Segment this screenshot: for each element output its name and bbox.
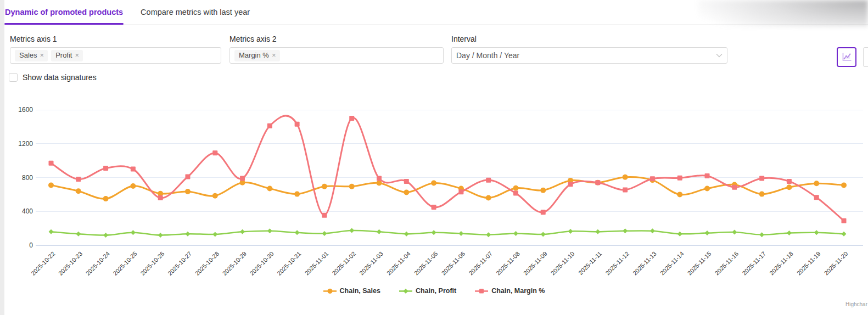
data-point-diamond[interactable] <box>842 232 847 237</box>
data-point-circle[interactable] <box>540 188 546 193</box>
data-point-diamond[interactable] <box>732 230 737 235</box>
data-point-diamond[interactable] <box>185 232 190 237</box>
data-point-circle[interactable] <box>677 192 682 197</box>
data-point-circle[interactable] <box>404 190 409 195</box>
data-point-square[interactable] <box>513 191 518 196</box>
data-point-circle[interactable] <box>294 192 300 197</box>
data-point-square[interactable] <box>595 180 600 185</box>
data-point-square[interactable] <box>322 213 327 218</box>
data-point-square[interactable] <box>212 150 217 155</box>
tag-chip[interactable]: Margin %× <box>234 50 280 61</box>
data-point-diamond[interactable] <box>377 229 382 234</box>
data-point-diamond[interactable] <box>404 232 409 237</box>
data-point-diamond[interactable] <box>432 230 436 235</box>
data-point-diamond[interactable] <box>131 230 136 235</box>
data-point-diamond[interactable] <box>595 229 600 234</box>
data-point-square[interactable] <box>185 174 190 179</box>
data-point-diamond[interactable] <box>295 230 300 235</box>
data-point-diamond[interactable] <box>458 231 463 236</box>
data-point-square[interactable] <box>432 205 436 210</box>
data-point-square[interactable] <box>732 185 737 190</box>
data-point-diamond[interactable] <box>787 230 792 235</box>
data-point-circle[interactable] <box>704 186 710 192</box>
interval-select[interactable]: Day / Month / Year <box>451 47 727 64</box>
data-point-square[interactable] <box>267 123 272 128</box>
line-chart[interactable]: 0400800120016002025-10-222025-10-232025-… <box>0 102 868 315</box>
data-point-circle[interactable] <box>814 181 819 186</box>
data-point-circle[interactable] <box>486 195 491 201</box>
data-point-diamond[interactable] <box>240 229 245 234</box>
data-point-diamond[interactable] <box>212 232 217 237</box>
legend-item[interactable]: Chain, Sales <box>323 287 380 295</box>
data-point-diamond[interactable] <box>705 230 710 235</box>
data-point-square[interactable] <box>240 176 245 181</box>
data-point-square[interactable] <box>759 176 764 181</box>
data-point-diamond[interactable] <box>568 229 573 234</box>
tag-chip[interactable]: Profit× <box>51 50 83 61</box>
legend-item[interactable]: Chain, Profit <box>399 287 456 295</box>
data-point-diamond[interactable] <box>513 231 518 236</box>
legend-item[interactable]: Chain, Margin % <box>475 287 545 295</box>
remove-tag-icon[interactable]: × <box>272 52 276 59</box>
data-point-circle[interactable] <box>349 184 355 189</box>
data-point-square[interactable] <box>677 176 682 181</box>
data-point-square[interactable] <box>705 173 710 178</box>
data-point-circle[interactable] <box>76 188 81 194</box>
data-point-circle[interactable] <box>212 193 218 199</box>
data-point-diamond[interactable] <box>349 228 354 233</box>
data-point-diamond[interactable] <box>158 233 163 238</box>
data-point-square[interactable] <box>650 176 655 181</box>
data-point-circle[interactable] <box>322 184 327 189</box>
data-point-circle[interactable] <box>48 182 54 188</box>
tab-compare-metrics-with-last-year[interactable]: Compare metrics with last year <box>140 0 250 25</box>
remove-tag-icon[interactable]: × <box>75 52 79 59</box>
data-point-diamond[interactable] <box>541 232 546 237</box>
data-point-square[interactable] <box>814 195 819 200</box>
checkbox-unchecked[interactable] <box>9 73 18 82</box>
data-point-square[interactable] <box>486 178 491 183</box>
data-point-diamond[interactable] <box>759 232 764 237</box>
tab-dynamic-of-promoted-products[interactable]: Dynamic of promoted products <box>4 0 124 25</box>
data-point-diamond[interactable] <box>623 228 628 233</box>
data-point-circle[interactable] <box>759 192 765 197</box>
remove-tag-icon[interactable]: × <box>40 52 44 59</box>
show-data-signatures-toggle[interactable]: Show data signatures <box>9 73 97 82</box>
data-point-diamond[interactable] <box>76 232 81 237</box>
data-point-diamond[interactable] <box>486 232 491 237</box>
data-point-circle[interactable] <box>431 181 436 186</box>
data-point-square[interactable] <box>377 176 382 181</box>
data-point-circle[interactable] <box>513 185 518 191</box>
data-point-square[interactable] <box>76 177 81 182</box>
metrics-axis-1-input[interactable]: Sales×Profit× <box>10 47 221 64</box>
data-point-square[interactable] <box>458 189 463 194</box>
data-point-square[interactable] <box>541 210 546 215</box>
data-point-square[interactable] <box>131 167 136 172</box>
data-point-square[interactable] <box>623 187 628 192</box>
data-point-square[interactable] <box>103 166 108 171</box>
data-point-diamond[interactable] <box>322 231 327 236</box>
chart-area[interactable]: 0400800120016002025-10-222025-10-232025-… <box>0 102 868 315</box>
data-point-square[interactable] <box>158 195 163 200</box>
tag-chip[interactable]: Sales× <box>15 50 48 61</box>
data-point-diamond[interactable] <box>267 228 272 233</box>
data-point-square[interactable] <box>295 122 300 127</box>
data-point-square[interactable] <box>842 218 847 223</box>
data-point-square[interactable] <box>404 179 409 184</box>
data-point-diamond[interactable] <box>814 230 819 235</box>
bar-chart-view-button-clipped[interactable] <box>863 47 868 67</box>
data-point-diamond[interactable] <box>49 229 54 234</box>
data-point-circle[interactable] <box>841 182 847 188</box>
data-point-circle[interactable] <box>623 175 628 180</box>
data-point-square[interactable] <box>49 161 54 166</box>
data-point-square[interactable] <box>349 116 354 121</box>
data-point-square[interactable] <box>568 182 573 187</box>
data-point-diamond[interactable] <box>677 232 682 237</box>
data-point-circle[interactable] <box>103 196 109 201</box>
metrics-axis-2-input[interactable]: Margin %× <box>229 47 444 64</box>
data-point-circle[interactable] <box>185 189 191 194</box>
data-point-diamond[interactable] <box>650 228 655 233</box>
data-point-circle[interactable] <box>267 186 272 192</box>
data-point-circle[interactable] <box>786 184 792 190</box>
data-point-square[interactable] <box>787 179 792 184</box>
line-chart-view-button[interactable] <box>837 47 856 67</box>
